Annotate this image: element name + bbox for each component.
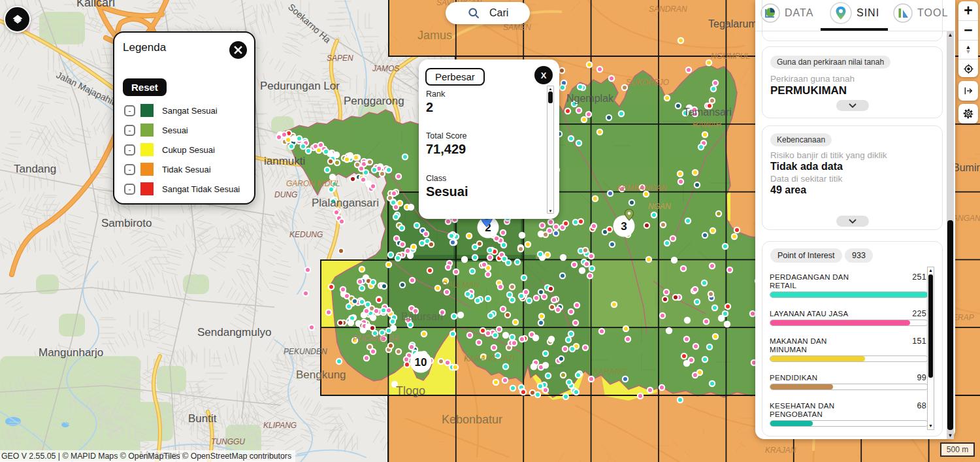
svg-text:ianmukti: ianmukti [264, 155, 305, 167]
svg-text:3: 3 [621, 220, 627, 233]
svg-text:PUCANG SA: PUCANG SA [353, 334, 399, 343]
svg-text:Plalangansari: Plalangansari [312, 197, 379, 209]
svg-text:KRAJAN: KRAJAN [765, 446, 796, 455]
svg-text:Sambiroto: Sambiroto [101, 217, 152, 229]
svg-text:Kalicari: Kalicari [76, 0, 115, 9]
svg-text:SANDRAN: SANDRAN [649, 5, 687, 14]
svg-text:Batursari: Batursari [401, 311, 443, 322]
svg-text:PEKUNDEN: PEKUNDEN [284, 347, 327, 356]
svg-text:TUNGGU: TUNGGU [211, 437, 245, 446]
svg-text:KARANG: KARANG [593, 367, 627, 376]
svg-text:SAPEN: SAPEN [327, 54, 353, 63]
svg-text:Sendangmulyo: Sendangmulyo [197, 326, 271, 338]
svg-text:KEMBANGAN: KEMBANGAN [617, 184, 667, 193]
svg-text:DUNG: DUNG [274, 190, 297, 199]
svg-text:KEDUNG: KEDUNG [289, 230, 323, 239]
svg-text:JAMOS: JAMOS [372, 64, 399, 73]
svg-text:Tlogo: Tlogo [396, 384, 425, 397]
svg-text:Buntit: Buntit [188, 412, 217, 425]
svg-text:Penggarong: Penggarong [344, 95, 404, 107]
svg-text:RAWAH: RAWAH [693, 120, 722, 129]
svg-text:SUKOREJO: SUKOREJO [626, 78, 669, 87]
svg-text:Tamansari: Tamansari [683, 107, 732, 118]
svg-text:NGAN: NGAN [648, 202, 671, 211]
svg-text:ERAP: ERAP [953, 313, 974, 322]
svg-text:Kebonbatur: Kebonbatur [442, 413, 502, 426]
svg-text:Ngemplak: Ngemplak [566, 93, 614, 104]
svg-text:10: 10 [415, 356, 427, 369]
svg-text:Bumina: Bumina [953, 162, 980, 173]
svg-text:Tegalarum: Tegalarum [708, 18, 757, 29]
svg-text:DALEMAN: DALEMAN [442, 280, 480, 289]
svg-text:ANGAN: ANGAN [952, 214, 980, 223]
svg-text:GARON KIDUL: GARON KIDUL [286, 179, 340, 188]
svg-text:KLIPANG: KLIPANG [263, 421, 297, 430]
svg-text:Bengkung: Bengkung [296, 369, 346, 381]
svg-text:Jamus: Jamus [417, 29, 452, 42]
svg-text:NGUMPUL: NGUMPUL [711, 52, 750, 61]
svg-text:Mangunharjo: Mangunharjo [39, 346, 103, 359]
svg-text:KARANG JATI: KARANG JATI [464, 354, 515, 363]
svg-text:Tandang: Tandang [14, 163, 56, 175]
svg-text:SAMEN: SAMEN [503, 23, 531, 32]
svg-text:Pedurungan Lor: Pedurungan Lor [260, 80, 340, 92]
